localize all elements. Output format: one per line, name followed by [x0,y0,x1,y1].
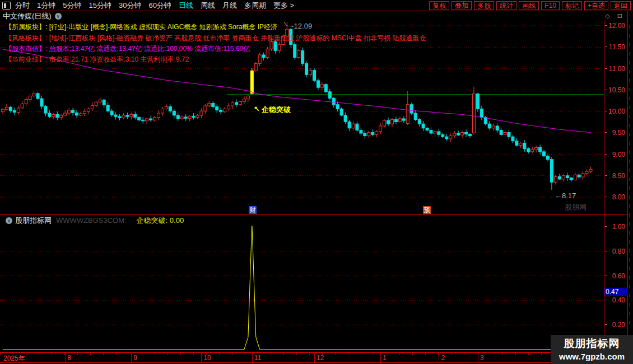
indicator-url-label: WWWWZBGS3COM: - [56,216,131,225]
indicator-label-0.60: 0.60 [605,272,625,280]
menu-item-2[interactable]: 5分钟 [63,1,81,11]
menu-item-5[interactable]: 60分钟 [148,1,171,11]
panel-corner-icons[interactable]: ◇ ⊡ [605,12,625,20]
toolbar-button-标记[interactable]: 标记 [562,1,582,10]
month-label-3: 3 [480,354,484,362]
toolbar-button-+自选[interactable]: +自选 [584,1,608,10]
menu-item-3[interactable]: 15分钟 [89,1,111,11]
price-label-11.50: 11.50 [605,43,625,51]
month-separator-11 [252,353,253,362]
toolbar-button-返回[interactable]: 返回 [611,1,631,10]
top-toolbar: 分时1分钟5分钟15分钟30分钟60分钟日线周线月线多周期更多 > 复权叠加多股… [0,0,633,11]
menu-item-4[interactable]: 30分钟 [119,1,141,11]
month-label-8: 8 [67,354,71,362]
price-label-10.00: 10.00 [605,108,625,115]
month-separator-1 [380,353,381,362]
toolbar-button-统计[interactable]: 统计 [496,1,516,10]
price-label-9.50: 9.50 [605,129,625,137]
event-badge-财[interactable]: 财 [249,206,257,214]
trading-app-window: 分时1分钟5分钟15分钟30分钟60分钟日线周线月线多周期更多 > 复权叠加多股… [0,0,633,364]
month-separator-3 [478,353,478,362]
chart-watermark: 股朋网 [565,202,587,212]
price-label-8.50: 8.50 [605,172,625,180]
chart-title-row: 中文传媒(日线) ∨ [3,12,62,20]
menu-item-6[interactable]: 日线 [179,1,193,11]
main-candlestick-chart[interactable]: ~12.09←8.17↖企稳突破 [0,20,604,214]
chevron-down-icon[interactable]: ∨ [55,13,62,20]
toolbar-button-F10[interactable]: F10 [541,1,560,10]
price-label-11.00: 11.00 [605,65,625,73]
event-badge-预[interactable]: 预 [423,206,431,214]
month-label-1: 1 [383,354,387,362]
panel-separator [0,214,627,215]
month-label-9: 9 [133,354,137,362]
right-edge-separator [627,11,628,364]
period-menu: 分时1分钟5分钟15分钟30分钟60分钟日线周线月线多周期更多 > [15,1,301,11]
axis-separator [604,20,604,362]
indicator-label-0.40: 0.40 [605,296,625,304]
menu-item-0[interactable]: 分时 [15,1,30,11]
time-axis[interactable]: 2025年 89101112123 [0,352,627,363]
menu-item-1[interactable]: 1分钟 [37,1,55,11]
site-logo: 股朋指标网 www.7gpzb.com [551,335,633,364]
axis-value-badge: 0.47 [604,288,628,296]
chart-title: 中文传媒(日线) [3,11,52,21]
toolbar-button-多股[interactable]: 多股 [474,1,494,10]
month-separator-12 [314,353,315,362]
indicator-header: ∨ 股朋指标网 WWWWZBGS3COM: - 企稳突破: 0.00 [2,216,184,225]
menu-item-7[interactable]: 周线 [201,1,215,11]
chevron-down-icon[interactable]: ∨ [6,217,12,224]
chart-annotation: ~12.09 [290,22,312,30]
indicator-site-label: 股朋指标网 [15,216,52,226]
toolbar-button-画线[interactable]: 画线 [519,1,539,10]
price-label-8.00: 8.00 [605,193,625,201]
indicator-value-label: 企稳突破: 0.00 [137,216,184,226]
price-label-10.50: 10.50 [605,86,625,94]
price-label-9.00: 9.00 [605,151,625,158]
indicator-label-0.80: 0.80 [605,248,625,255]
toolbar-button-复权[interactable]: 复权 [429,1,449,10]
logo-title: 股朋指标网 [551,337,633,351]
month-label-11: 11 [254,354,261,362]
month-separator-2 [439,353,439,362]
month-separator-9 [131,353,132,362]
menu-item-9[interactable]: 多周期 [244,1,266,11]
month-separator-8 [65,353,66,362]
menu-item-10[interactable]: 更多 > [273,1,294,11]
chart-annotation: ←8.17 [555,192,576,200]
time-axis-ticks [0,353,604,355]
month-label-12: 12 [316,354,324,362]
chart-annotation: ↖ [254,105,260,113]
month-label-10: 10 [203,354,211,362]
logo-url: www.7gpzb.com [551,352,633,361]
indicator-chart[interactable] [0,226,604,352]
price-label-12.00: 12.00 [605,22,625,30]
window-grid-icon[interactable] [2,2,11,10]
month-separator-10 [201,353,202,362]
cutoff-panel-strip [629,25,630,330]
indicator-label-1.00: 1.00 [605,223,625,231]
toolbar-button-叠加[interactable]: 叠加 [452,1,472,10]
chart-annotation: 企稳突破 [261,105,291,114]
indicator-label-0.20: 0.20 [605,321,625,329]
year-label: 2025年 [3,354,25,363]
month-label-2: 2 [441,354,445,362]
toolbar-buttons: 复权叠加多股统计画线F10标记+自选返回 [429,1,633,10]
menu-item-8[interactable]: 月线 [222,1,237,11]
